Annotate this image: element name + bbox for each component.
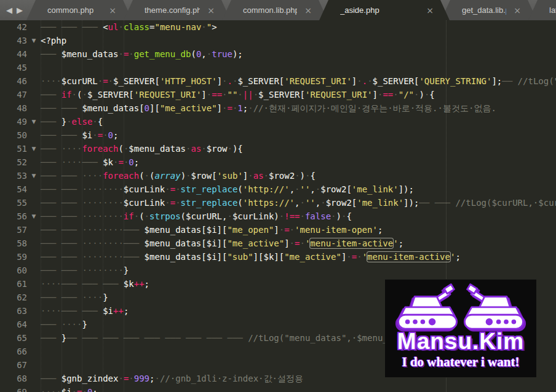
tab-close-icon[interactable]: × xyxy=(207,6,215,15)
fold-spacer xyxy=(27,358,41,372)
fold-spacer xyxy=(27,47,41,61)
tab-close-icon[interactable]: × xyxy=(304,6,312,15)
line-number: 60 xyxy=(0,264,27,277)
code-text: ─── ─── $menu_datas[0]["me_active"]·=·1;… xyxy=(41,101,496,115)
line-number: 49 xyxy=(0,115,27,128)
line-number: 42 xyxy=(0,20,27,34)
code-line[interactable]: 42─── ─── ─── <ul·class="menu-nav·"> xyxy=(0,20,556,34)
code-text: ─── ····} xyxy=(41,318,87,331)
fold-arrow-icon[interactable]: ▼ xyxy=(27,115,41,128)
code-line[interactable]: 55─── ─── ········$curLink·=·str_replace… xyxy=(0,196,556,210)
fold-spacer xyxy=(27,264,41,277)
code-text: ─── ─── ········$curLink·=·str_replace('… xyxy=(41,196,556,210)
line-number: 52 xyxy=(0,155,27,169)
fold-arrow-icon[interactable]: ▼ xyxy=(27,169,41,182)
code-text: ····─── ─── ─── $k++; xyxy=(41,277,149,291)
fold-spacer xyxy=(27,182,41,196)
fold-spacer xyxy=(27,155,41,169)
fold-spacer xyxy=(27,372,41,385)
code-line[interactable]: 46····$curURL·=·$_SERVER['HTTP_HOST']·.·… xyxy=(0,74,556,88)
fold-spacer xyxy=(27,196,41,210)
line-number: 45 xyxy=(0,61,27,74)
tab-bar: ◀ ▶ common.php×theme.config.php×common.l… xyxy=(0,0,556,20)
fold-spacer xyxy=(27,304,41,318)
code-line[interactable]: 51▼─── ····foreach(·$menu_datas·as·$row·… xyxy=(0,142,556,155)
line-number: 67 xyxy=(0,358,27,372)
code-text: ─── ─── ····} xyxy=(41,291,108,304)
code-line[interactable]: 44─── $menu_datas·=·get_menu_db(0,·true)… xyxy=(0,47,556,61)
code-text: ─── ─── ········if·(·strpos($curURL,·$cu… xyxy=(41,210,352,223)
code-line[interactable]: 50─── ─── $i·=·0; xyxy=(0,128,556,142)
line-number: 68 xyxy=(0,372,27,385)
code-line[interactable]: 58─── ─── ········─── $menu_datas[$i]["m… xyxy=(0,237,556,250)
code-text: ─── if·(·$_SERVER['REQUEST_URI']·==·""·|… xyxy=(41,88,435,101)
line-number: 66 xyxy=(0,345,27,358)
line-number: 46 xyxy=(0,74,27,88)
fold-spacer xyxy=(27,223,41,237)
code-line[interactable]: 57─── ─── ········─── $menu_datas[$i]["m… xyxy=(0,223,556,237)
code-text: ─── ····foreach(·$menu_datas·as·$row·){ xyxy=(41,142,243,155)
tab-latest[interactable]: latest× xyxy=(528,0,556,20)
tab-aside-php[interactable]: _aside.php× xyxy=(319,0,450,20)
fold-spacer xyxy=(27,20,41,34)
tab-get-data-lib-php[interactable]: get_data.lib.php× xyxy=(441,0,537,20)
code-text: ─── ─── ········} xyxy=(41,264,129,277)
code-text: ─── $gnb_zindex·=·999;·//·gnb_1dli·z-ind… xyxy=(41,372,303,385)
line-number: 43 xyxy=(0,34,27,47)
code-line[interactable]: 56▼─── ─── ········if·(·strpos($curURL,·… xyxy=(0,210,556,223)
code-text: ─── ····─── $k·=·0; xyxy=(41,155,139,169)
tank-icon xyxy=(461,281,527,331)
line-number: 59 xyxy=(0,250,27,264)
nav-forward-icon[interactable]: ▶ xyxy=(17,6,23,14)
code-text: ····$i·=·0; xyxy=(41,385,98,392)
line-number: 48 xyxy=(0,101,27,115)
tab-common-php[interactable]: common.php× xyxy=(26,0,132,20)
code-text: ─── ─── ········─── $menu_datas[$i]["me_… xyxy=(41,223,383,237)
line-number: 56 xyxy=(0,210,27,223)
line-number: 61 xyxy=(0,277,27,291)
tab-label: common.php xyxy=(47,6,93,15)
code-line[interactable]: 45 xyxy=(0,61,556,74)
code-line[interactable]: 48─── ─── $menu_datas[0]["me_active"]·=·… xyxy=(0,101,556,115)
code-line[interactable]: 53▼─── ─── ····foreach(·(array)·$row['su… xyxy=(0,169,556,182)
fold-arrow-icon[interactable]: ▼ xyxy=(27,210,41,223)
tab-close-icon[interactable]: × xyxy=(109,6,116,15)
code-line[interactable]: 69····$i·=·0; xyxy=(0,385,556,392)
code-line[interactable]: 49▼─── }·else·{ xyxy=(0,115,556,128)
line-number: 57 xyxy=(0,223,27,237)
tab-theme-config-php[interactable]: theme.config.php× xyxy=(124,0,231,20)
fold-spacer xyxy=(27,318,41,331)
fold-spacer xyxy=(27,291,41,304)
code-line[interactable]: 59─── ─── ········─── $menu_datas[$i]["s… xyxy=(0,250,556,264)
tab-label: get_data.lib.php xyxy=(462,6,506,15)
code-line[interactable]: 47─── if·(·$_SERVER['REQUEST_URI']·==·""… xyxy=(0,88,556,101)
line-number: 51 xyxy=(0,142,27,155)
code-line[interactable]: 43▼<?php xyxy=(0,34,556,47)
tab-label: latest xyxy=(549,6,556,15)
line-number: 44 xyxy=(0,47,27,61)
line-number: 54 xyxy=(0,182,27,196)
code-line[interactable]: 52─── ····─── $k·=·0; xyxy=(0,155,556,169)
tab-close-icon[interactable]: × xyxy=(426,6,434,15)
tab-nav-arrows: ◀ ▶ xyxy=(0,0,26,20)
code-text: ─── ─── ─── <ul·class="menu-nav·"> xyxy=(41,20,217,34)
fold-arrow-icon[interactable]: ▼ xyxy=(27,142,41,155)
code-text: ─── }·else·{ xyxy=(41,115,103,128)
tab-label: _aside.php xyxy=(340,6,379,15)
line-number: 50 xyxy=(0,128,27,142)
nav-back-icon[interactable]: ◀ xyxy=(6,6,12,14)
code-text: ─── ─── ········─── $menu_datas[$i]["sub… xyxy=(41,250,461,264)
tank-icon xyxy=(394,281,461,331)
code-text: ····$curURL·=·$_SERVER['HTTP_HOST']·.·$_… xyxy=(41,74,556,88)
code-text: ─── ─── ········$curLink·=·str_replace('… xyxy=(41,182,414,196)
tab-close-icon[interactable]: × xyxy=(514,6,521,15)
code-text: ─── $menu_datas·=·get_menu_db(0,·true); xyxy=(41,47,243,61)
line-number: 62 xyxy=(0,291,27,304)
code-line[interactable]: 60─── ─── ········} xyxy=(0,264,556,277)
code-line[interactable]: 54─── ─── ········$curLink·=·str_replace… xyxy=(0,182,556,196)
code-text: <?php xyxy=(41,34,66,47)
fold-arrow-icon[interactable]: ▼ xyxy=(27,34,41,47)
fold-spacer xyxy=(27,88,41,101)
code-text: ─── ─── ········─── $menu_datas[$i]["me_… xyxy=(41,237,403,250)
tab-common-lib-php[interactable]: common.lib.php× xyxy=(222,0,328,20)
